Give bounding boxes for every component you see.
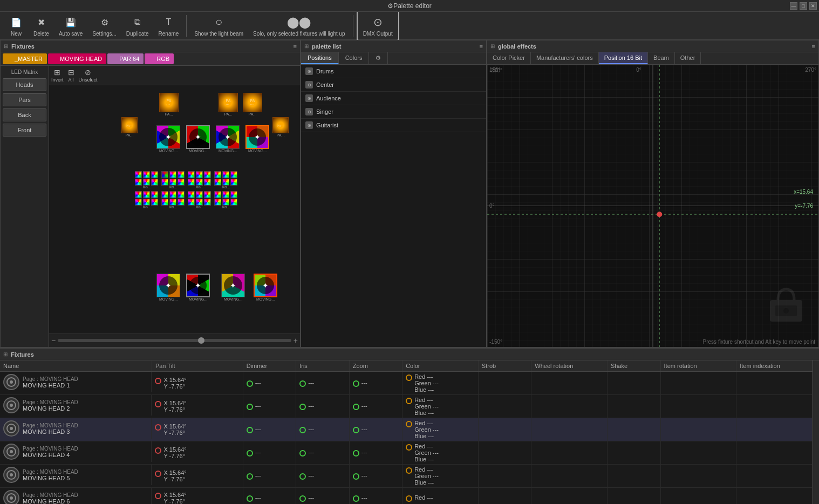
row-strob	[478, 465, 531, 488]
table-row[interactable]: Page : MOVING HEAD MOVING HEAD 4 X 15.64…	[0, 441, 813, 465]
table-row[interactable]: Page : MOVING HEAD MOVING HEAD 6 X 15.64…	[0, 488, 813, 505]
rgb-group-1[interactable]: RG...	[135, 171, 159, 189]
svg-point-15	[10, 427, 13, 430]
par-icon-3: PA⋯	[243, 93, 262, 112]
new-button[interactable]: 📄 New	[4, 12, 28, 39]
zoom-slider[interactable]	[58, 339, 291, 342]
table-row[interactable]: Page : MOVING HEAD MOVING HEAD 5 X 15.64…	[0, 465, 813, 488]
rgb-group-7[interactable]: RG...	[188, 191, 211, 209]
palette-item-singer[interactable]: ⊙ Singer	[301, 105, 486, 119]
palette-item-center[interactable]: ⊙ Center	[301, 78, 486, 92]
toolbar-separator-1	[186, 15, 187, 37]
mh-fixture-5[interactable]: ✦ MOVING...	[245, 125, 269, 153]
tab-positions[interactable]: Positions	[301, 52, 339, 64]
position-graph[interactable]: 150° 0° -270° 270° 0° -150° x=15.64 y=-7…	[487, 65, 818, 347]
mh-bottom-4[interactable]: ✦ MOVING...	[254, 274, 277, 301]
fixtures-table-container[interactable]: Name Pan Tilt Dimmer Iris Zoom Color Str…	[0, 360, 813, 504]
rgb-group-6[interactable]: RG...	[161, 191, 185, 209]
show-beam-button[interactable]: ○ Show the light beam	[190, 12, 248, 39]
table-row[interactable]: Page : MOVING HEAD MOVING HEAD 1 X 15.64…	[0, 372, 813, 395]
col-name: Name	[0, 360, 152, 372]
tab-other[interactable]: Other	[675, 52, 701, 64]
tab-color-picker[interactable]: Color Picker	[487, 52, 531, 64]
table-scrollbar[interactable]	[813, 360, 819, 504]
dmx-output-button[interactable]: ⊙ DMX Output	[357, 10, 399, 41]
table-row[interactable]: Page : MOVING HEAD MOVING HEAD 2 X 15.64…	[0, 395, 813, 418]
solo-button[interactable]: ⬤⬤ Solo, only selected fixtures will lig…	[249, 12, 350, 39]
row-shake	[608, 441, 660, 465]
mh-bottom-2[interactable]: ✦ MOVING...	[186, 274, 210, 301]
duplicate-button[interactable]: ⧉ Duplicate	[122, 12, 153, 39]
zoom-controls: − +	[49, 333, 300, 347]
tab-rgb[interactable]: RGB	[145, 53, 174, 64]
pars-button[interactable]: Pars	[3, 93, 46, 106]
palette-item-drums[interactable]: ⊙ Drums	[301, 65, 486, 78]
palette-item-audience[interactable]: ⊙ Audience	[301, 92, 486, 105]
back-button[interactable]: Back	[3, 108, 46, 121]
tab-beam[interactable]: Beam	[648, 52, 675, 64]
tab-position-16bit[interactable]: Position 16 Bit	[599, 52, 648, 64]
palette-panel-header: ⊞ palette list ≡	[301, 40, 486, 52]
settings-button[interactable]: ⚙ Settings...	[88, 12, 120, 39]
tab-moving-head[interactable]: MOVING HEAD	[48, 53, 106, 64]
rgb-group-5[interactable]: RG...	[135, 191, 159, 209]
singer-icon: ⊙	[305, 108, 313, 115]
maximize-button[interactable]: □	[800, 2, 807, 10]
mh-bottom-icon-3: ✦	[221, 274, 245, 297]
row-iris: ---	[296, 465, 349, 488]
svg-point-13	[10, 404, 13, 407]
par-fixture-3[interactable]: PA⋯ PA...	[243, 93, 262, 116]
minimize-button[interactable]: —	[790, 2, 797, 10]
graph-hint: Press fixture shortcut and Alt key to mo…	[703, 339, 815, 345]
table-row[interactable]: Page : MOVING HEAD MOVING HEAD 3 X 15.64…	[0, 418, 813, 441]
mh-fixture-4[interactable]: ✦ MOVING...	[216, 125, 240, 153]
unselect-button[interactable]: ⊘ Unselect	[79, 68, 98, 83]
mh-fixture-2[interactable]: ✦ MOVING...	[156, 125, 180, 153]
delete-button[interactable]: ✖ Delete	[29, 12, 53, 39]
par-fixture-right-1[interactable]: PA⋯ PA...	[272, 117, 289, 137]
row-iris: ---	[296, 418, 349, 441]
rgb-group-8[interactable]: RG...	[214, 191, 238, 209]
rgb-group-2[interactable]: RG...	[161, 171, 185, 189]
rename-button[interactable]: T Rename	[154, 12, 183, 39]
rgb-row-2: RG...	[135, 191, 240, 209]
rgb-group-3[interactable]: RG...	[188, 171, 211, 189]
palette-panel-menu[interactable]: ≡	[480, 43, 483, 50]
tab-extra[interactable]: ⚙	[369, 52, 388, 64]
led-matrix-label: LED Matrix	[3, 68, 46, 76]
mh-bottom-1[interactable]: ✦ MOVING...	[156, 274, 180, 301]
heads-button[interactable]: Heads	[3, 78, 46, 91]
mh-fixture-1[interactable]: PA⋯ PA...	[121, 117, 138, 137]
fixtures-grid[interactable]: PA⋯ PA... PA⋯ PA... PA⋯ PA...	[49, 85, 300, 333]
graph-label-x-zero: 0°	[636, 67, 641, 73]
all-button[interactable]: ⊟ All	[68, 68, 74, 83]
invert-button[interactable]: ⊞ Invert	[51, 68, 64, 83]
row-dimmer: ---	[243, 465, 296, 488]
front-button[interactable]: Front	[3, 124, 46, 137]
tab-colors[interactable]: Colors	[339, 52, 370, 64]
row-name-block: Page : MOVING HEAD MOVING HEAD 2	[23, 399, 78, 412]
tab-manufacturers[interactable]: Manufacturers' colors	[531, 52, 599, 64]
par-fixture-1[interactable]: PA⋯ PA...	[159, 93, 179, 116]
zoom-plus-button[interactable]: +	[294, 336, 298, 345]
effects-panel-menu[interactable]: ≡	[812, 43, 815, 50]
solo-icon: ⬤⬤	[291, 15, 306, 30]
row-fixture-icon	[3, 444, 19, 460]
palette-item-guitarist[interactable]: ⊙ Guitarist	[301, 119, 486, 132]
zoom-minus-button[interactable]: −	[51, 336, 56, 345]
row-fixture-icon	[3, 374, 19, 390]
rgb-group-4[interactable]: RG...	[214, 171, 238, 189]
col-shake: Shake	[608, 360, 660, 372]
window-controls: — □ ✕	[790, 2, 817, 10]
mh-fixture-3[interactable]: ✦ MOVING...	[186, 125, 210, 153]
tab-master[interactable]: _MASTER	[3, 53, 47, 64]
tab-par64[interactable]: PAR 64	[107, 53, 144, 64]
row-dimmer: ---	[243, 488, 296, 505]
mh-bottom-3[interactable]: ✦ MOVING...	[221, 274, 245, 301]
par-fixture-2[interactable]: PA⋯ PA...	[219, 93, 238, 116]
autosave-button[interactable]: 💾 Auto save	[54, 12, 87, 39]
fixtures-panel-menu[interactable]: ≡	[294, 43, 297, 50]
beam-icon: ○	[211, 15, 227, 30]
row-iris: ---	[296, 488, 349, 505]
close-button[interactable]: ✕	[809, 2, 817, 10]
